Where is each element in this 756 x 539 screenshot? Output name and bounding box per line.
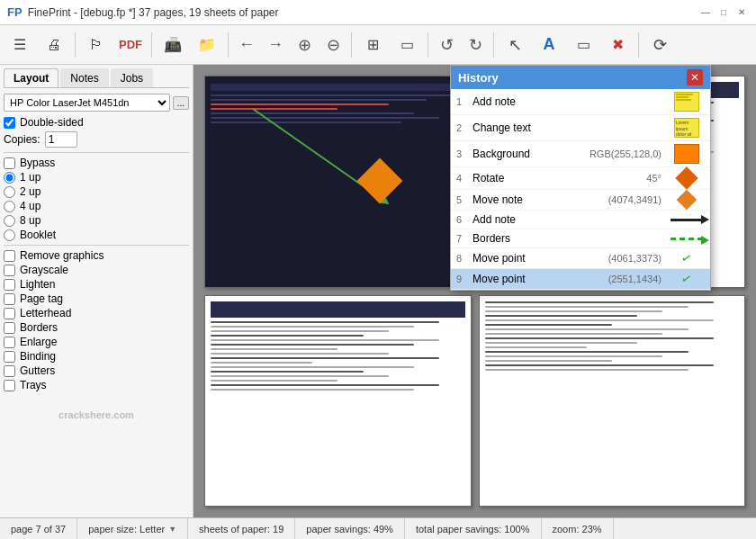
toolbar-sep-5: [428, 32, 428, 58]
tab-notes[interactable]: Notes: [60, 68, 108, 87]
p3-line-1: [211, 321, 439, 323]
history-close-button[interactable]: ✕: [687, 69, 703, 85]
pdf-button[interactable]: PDF: [114, 29, 147, 61]
p4-line-3: [485, 310, 663, 312]
printer-select[interactable]: HP Color LaserJet M451dn: [4, 94, 170, 112]
lighten-checkbox[interactable]: [4, 279, 15, 291]
forward-button[interactable]: →: [262, 31, 289, 58]
history-icon-2: Lorem ipsumdolor sit amet: [669, 118, 705, 138]
history-action-2: Change text: [472, 121, 662, 134]
shape-button[interactable]: ▭: [567, 29, 599, 61]
letterhead-checkbox[interactable]: [4, 308, 15, 319]
history-num-1: 1: [456, 96, 472, 107]
status-paper-size[interactable]: paper size: Letter ▼: [77, 518, 188, 539]
history-action-1: Add note: [472, 95, 662, 108]
history-row-3[interactable]: 3 Background RGB(255,128,0): [451, 141, 710, 167]
2up-label: 2 up: [20, 185, 40, 198]
history-row-5[interactable]: 5 Move note (4074,3491): [451, 190, 710, 211]
refresh-button[interactable]: ⟳: [644, 29, 676, 61]
p3-line-11: [211, 366, 414, 368]
p3-line-12: [211, 371, 364, 373]
history-row-7[interactable]: 7 Borders: [451, 229, 710, 248]
menu-button[interactable]: ☰: [4, 29, 36, 61]
p4-line-14: [485, 360, 612, 362]
grayscale-checkbox[interactable]: [4, 265, 15, 276]
history-num-5: 5: [456, 194, 472, 205]
orange-bg-icon: [674, 144, 699, 164]
grid-button[interactable]: ⊞: [356, 29, 389, 61]
orange-diamond-annotation: [357, 158, 403, 204]
page-thumb-1[interactable]: [204, 76, 472, 288]
2up-radio[interactable]: [4, 186, 15, 198]
cursor-button[interactable]: ↖: [499, 29, 531, 61]
page-tag-checkbox[interactable]: [4, 293, 15, 305]
borders-row: Borders: [4, 321, 189, 334]
copies-input[interactable]: [45, 131, 77, 148]
double-sided-checkbox[interactable]: [4, 117, 15, 129]
copies-label: Copies:: [4, 133, 40, 146]
borders-checkbox[interactable]: [4, 322, 15, 334]
page-thumb-3[interactable]: [204, 295, 472, 508]
booklet-radio[interactable]: [4, 229, 15, 241]
enlarge-checkbox[interactable]: [4, 337, 15, 348]
history-row-2[interactable]: 2 Change text Lorem ipsumdolor sit amet: [451, 115, 710, 141]
p3-header: [211, 301, 465, 318]
p1-line-1: [211, 94, 452, 96]
undo-button[interactable]: ↺: [433, 31, 460, 58]
binding-checkbox[interactable]: [4, 351, 15, 363]
trays-label: Trays: [20, 379, 47, 391]
flag-button[interactable]: 🏳: [80, 29, 112, 61]
p3-line-15: [211, 384, 439, 386]
open-button[interactable]: 📁: [191, 29, 223, 61]
history-num-2: 2: [456, 122, 472, 133]
lighten-row: Lighten: [4, 278, 189, 291]
text-button[interactable]: A: [533, 29, 565, 61]
printer-props-button[interactable]: ...: [173, 96, 189, 110]
toolbar: ☰ 🖨 🏳 PDF 📠 📁 ← → ⊕ ⊖ ⊞ ▭ ↺ ↻ ↖ A ▭ ✖ ⟳: [0, 25, 756, 65]
zoom-out-button[interactable]: ⊖: [320, 31, 346, 58]
page-thumb-4[interactable]: [479, 295, 746, 508]
borders-label: Borders: [20, 321, 58, 334]
printer-row: HP Color LaserJet M451dn ...: [4, 94, 189, 112]
trays-checkbox[interactable]: [4, 380, 15, 391]
history-num-4: 4: [456, 173, 472, 184]
history-row-8[interactable]: 8 Move point (4061,3373) ✓: [451, 248, 710, 269]
print-button[interactable]: 🖨: [38, 29, 70, 61]
toolbar-sep-4: [351, 32, 352, 58]
bypass-checkbox[interactable]: [4, 157, 15, 169]
zoom-in-button[interactable]: ⊕: [291, 31, 318, 58]
fax-button[interactable]: 📠: [157, 29, 189, 61]
status-savings-text: paper savings: 49%: [306, 524, 393, 535]
tab-jobs[interactable]: Jobs: [111, 68, 153, 87]
1up-radio[interactable]: [4, 172, 15, 184]
history-row-4[interactable]: 4 Rotate 45°: [451, 167, 710, 190]
history-icon-4: [669, 170, 705, 186]
diamond-orange-icon: [677, 190, 698, 211]
content-area[interactable]: History ✕ 1 Add note 2 Chang: [194, 65, 756, 517]
back-button[interactable]: ←: [233, 31, 260, 58]
p4-line-13: [485, 355, 663, 357]
p3-line-7: [211, 348, 338, 350]
history-action-3: Background: [472, 148, 590, 160]
history-row-6[interactable]: 6 Add note: [451, 211, 710, 229]
maximize-button[interactable]: □: [716, 5, 731, 20]
close-button[interactable]: ✕: [734, 5, 749, 20]
page-button[interactable]: ▭: [391, 29, 423, 61]
gutters-checkbox[interactable]: [4, 365, 15, 377]
p4-line-7: [485, 328, 688, 330]
binding-label: Binding: [20, 350, 56, 363]
tab-layout[interactable]: Layout: [4, 68, 58, 87]
p4-line-16: [485, 369, 688, 371]
4up-radio[interactable]: [4, 201, 15, 212]
history-row-1[interactable]: 1 Add note: [451, 89, 710, 115]
p3-line-6: [211, 344, 414, 346]
minimize-button[interactable]: —: [698, 5, 713, 20]
remove-graphics-checkbox[interactable]: [4, 250, 15, 262]
history-row-9[interactable]: 9 Move point (2551,1434) ✓: [451, 269, 710, 290]
trays-row: Trays: [4, 379, 189, 391]
arrow-black-icon: [670, 219, 703, 221]
status-bar: page 7 of 37 paper size: Letter ▼ sheets…: [0, 517, 756, 539]
8up-radio[interactable]: [4, 215, 15, 227]
redo-button[interactable]: ↻: [462, 31, 489, 58]
delete-button[interactable]: ✖: [601, 29, 634, 61]
